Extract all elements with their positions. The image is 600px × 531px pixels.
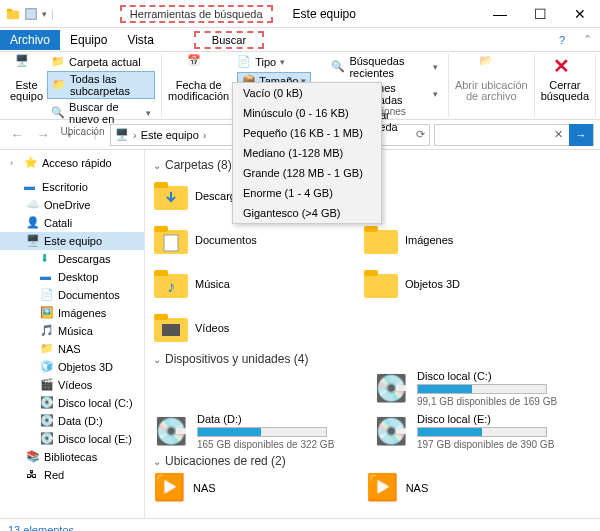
folder-imagenes[interactable]: Imágenes <box>363 220 543 260</box>
tab-vista[interactable]: Vista <box>117 30 163 50</box>
objects3d-icon: 🧊 <box>40 360 54 374</box>
tree-desktop[interactable]: ▬Desktop <box>0 268 144 286</box>
drive-icon: 💽 <box>40 414 54 428</box>
carpeta-actual-button[interactable]: 📁Carpeta actual <box>47 54 155 70</box>
buscar-de-nuevo-button[interactable]: 🔍Buscar de nuevo en▾ <box>47 100 155 126</box>
collapse-ribbon-icon[interactable]: ⌃ <box>575 33 600 46</box>
tab-buscar[interactable]: Buscar <box>194 31 264 49</box>
tree-red[interactable]: 🖧Red <box>0 466 144 484</box>
breadcrumb[interactable]: Este equipo <box>141 129 199 141</box>
tree-acceso-rapido[interactable]: ›⭐Acceso rápido <box>0 154 144 172</box>
drive-label: Disco local (E:) <box>417 413 554 425</box>
drive-usage-bar <box>417 384 547 394</box>
tamano-vacio[interactable]: Vacío (0 kB) <box>233 83 381 103</box>
tree-este-equipo[interactable]: 🖥️Este equipo <box>0 232 144 250</box>
drive-e[interactable]: 💽 Disco local (E:) 197 GB disponibles de… <box>373 413 573 450</box>
svg-rect-4 <box>154 182 168 188</box>
tamano-minusculo[interactable]: Minúsculo (0 - 16 KB) <box>233 103 381 123</box>
download-icon: ⬇ <box>40 252 54 266</box>
drive-usage-bar <box>417 427 547 437</box>
svg-rect-7 <box>164 235 178 251</box>
tree-bibliotecas[interactable]: 📚Bibliotecas <box>0 448 144 466</box>
calendar-icon: 📅 <box>187 54 211 78</box>
drive-label: Disco local (C:) <box>417 370 557 382</box>
close-button[interactable]: ✕ <box>560 0 600 28</box>
tamano-dropdown: Vacío (0 kB) Minúsculo (0 - 16 KB) Peque… <box>232 82 382 224</box>
close-x-icon: ✕ <box>553 54 577 78</box>
network-header[interactable]: ⌄Ubicaciones de red (2) <box>153 450 592 472</box>
todas-subcarpetas-button[interactable]: 📁Todas las subcarpetas <box>47 71 155 99</box>
tree-musica[interactable]: 🎵Música <box>0 322 144 340</box>
svg-rect-17 <box>162 324 180 336</box>
maximize-button[interactable]: ☐ <box>520 0 560 28</box>
folder-documentos[interactable]: Documentos <box>153 220 333 260</box>
clear-search-icon[interactable]: ✕ <box>548 128 569 141</box>
tree-videos[interactable]: 🎬Vídeos <box>0 376 144 394</box>
network-nas-2[interactable]: ▶️NAS <box>366 472 429 503</box>
drive-free-text: 165 GB disponibles de 322 GB <box>197 439 334 450</box>
pictures-icon: 🖼️ <box>40 306 54 320</box>
chevron-down-icon: ⌄ <box>153 354 161 365</box>
tree-documentos[interactable]: 📄Documentos <box>0 286 144 304</box>
help-icon[interactable]: ? <box>549 34 575 46</box>
forward-button[interactable]: → <box>32 124 54 146</box>
tamano-mediano[interactable]: Mediano (1-128 MB) <box>233 143 381 163</box>
desktop-icon: ▬ <box>24 180 38 194</box>
chevron-down-icon: ▾ <box>146 108 151 118</box>
drive-c[interactable]: 💽 Disco local (C:) 99,1 GB disponibles d… <box>373 370 573 407</box>
tree-onedrive[interactable]: ☁️OneDrive <box>0 196 144 214</box>
nas-icon: 📁 <box>40 342 54 356</box>
tree-catali[interactable]: 👤Catali <box>0 214 144 232</box>
search-again-icon: 🔍 <box>51 106 65 120</box>
type-icon: 📄 <box>237 55 251 69</box>
fecha-mod-button[interactable]: 📅 Fecha de modificación <box>168 54 229 106</box>
back-button[interactable]: ← <box>6 124 28 146</box>
drive-label: Data (D:) <box>197 413 334 425</box>
music-icon: 🎵 <box>40 324 54 338</box>
tree-data-d[interactable]: 💽Data (D:) <box>0 412 144 430</box>
drive-d[interactable]: 💽 Data (D:) 165 GB disponibles de 322 GB <box>153 413 353 450</box>
folder-musica[interactable]: ♪Música <box>153 264 333 304</box>
nas-icon: ▶️ <box>366 472 398 503</box>
svg-rect-9 <box>364 226 378 232</box>
tamano-enorme[interactable]: Enorme (1 - 4 GB) <box>233 183 381 203</box>
busquedas-recientes-button[interactable]: 🔍Búsquedas recientes▾ <box>327 54 442 80</box>
search-tools-tab[interactable]: Herramientas de búsqueda <box>120 5 273 23</box>
tamano-pequeno[interactable]: Pequeño (16 KB - 1 MB) <box>233 123 381 143</box>
search-box[interactable]: ✕ → <box>434 124 594 146</box>
abrir-ubicacion-button: 📂 Abrir ubicación de archivo <box>455 54 528 102</box>
network-nas-1[interactable]: ▶️NAS <box>153 472 216 503</box>
tamano-grande[interactable]: Grande (128 MB - 1 GB) <box>233 163 381 183</box>
tree-objetos3d[interactable]: 🧊Objetos 3D <box>0 358 144 376</box>
drive-icon: 💽 <box>373 371 409 407</box>
folders-icon: 📁 <box>52 78 66 92</box>
svg-rect-0 <box>7 10 19 19</box>
tree-disco-e[interactable]: 💽Disco local (E:) <box>0 430 144 448</box>
tab-equipo[interactable]: Equipo <box>60 30 117 50</box>
tree-descargas[interactable]: ⬇Descargas <box>0 250 144 268</box>
pc-icon: 🖥️ <box>26 234 40 248</box>
svg-rect-13 <box>364 274 398 298</box>
este-equipo-button[interactable]: 🖥️ Este equipo <box>10 54 43 126</box>
tree-nas[interactable]: 📁NAS <box>0 340 144 358</box>
folder-objetos3d[interactable]: Objetos 3D <box>363 264 543 304</box>
qat-dropdown-icon[interactable]: ▾ <box>42 9 47 19</box>
libraries-icon: 📚 <box>26 450 40 464</box>
minimize-button[interactable]: — <box>480 0 520 28</box>
explorer-icon <box>6 7 20 21</box>
network-icon: 🖧 <box>26 468 40 482</box>
properties-icon[interactable] <box>24 7 38 21</box>
status-bar: 13 elementos <box>0 518 600 531</box>
svg-rect-1 <box>7 8 12 11</box>
tree-disco-c[interactable]: 💽Disco local (C:) <box>0 394 144 412</box>
search-go-button[interactable]: → <box>569 124 593 146</box>
tipo-button[interactable]: 📄Tipo▾ <box>233 54 315 70</box>
folder-videos[interactable]: Vídeos <box>153 308 333 348</box>
tamano-gigantesco[interactable]: Gigantesco (>4 GB) <box>233 203 381 223</box>
drives-header[interactable]: ⌄Dispositivos y unidades (4) <box>153 348 592 370</box>
tree-imagenes[interactable]: 🖼️Imágenes <box>0 304 144 322</box>
tree-escritorio[interactable]: ▬Escritorio <box>0 178 144 196</box>
cerrar-busqueda-button[interactable]: ✕ Cerrar búsqueda <box>541 54 589 102</box>
svg-rect-14 <box>364 270 378 276</box>
tab-archivo[interactable]: Archivo <box>0 30 60 50</box>
